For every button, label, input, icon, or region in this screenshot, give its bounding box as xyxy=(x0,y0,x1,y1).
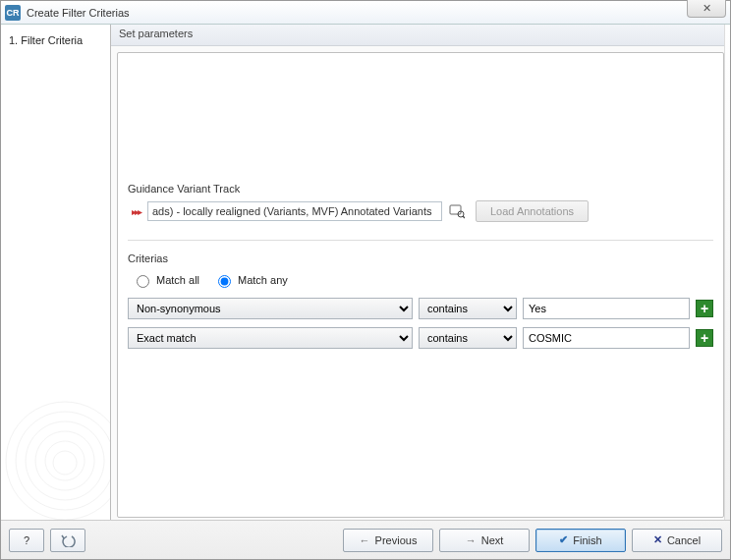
criteria-operator-select[interactable]: contains xyxy=(419,327,517,349)
dialog-body: 1. Filter Criteria Set parameters Guidan… xyxy=(1,25,730,520)
check-icon: ✔ xyxy=(559,533,568,546)
criterias-section-label: Criterias xyxy=(128,252,713,264)
sidebar-item-label: 1. Filter Criteria xyxy=(9,34,83,46)
criteria-row: Exact match contains + xyxy=(128,327,713,349)
match-all-label: Match all xyxy=(156,274,199,286)
browse-track-button[interactable] xyxy=(446,201,468,221)
match-any-label: Match any xyxy=(238,274,288,286)
criteria-value-input[interactable] xyxy=(523,298,690,319)
next-label: Next xyxy=(481,534,504,546)
close-icon: ✕ xyxy=(703,2,711,15)
right-edge xyxy=(724,25,730,520)
browse-icon xyxy=(449,203,465,219)
svg-line-2 xyxy=(463,216,465,218)
arrow-left-icon: ← xyxy=(360,534,370,546)
panel-header: Set parameters xyxy=(111,25,730,46)
dialog-footer: ? ← Previous → Next ✔ Finish ✕ Cancel xyxy=(1,520,730,559)
next-button[interactable]: → Next xyxy=(439,529,530,552)
titlebar: CR Create Filter Criterias ✕ xyxy=(1,1,730,25)
app-icon: CR xyxy=(5,5,21,21)
criteria-value-input[interactable] xyxy=(523,327,690,349)
guidance-track-field[interactable] xyxy=(147,201,442,221)
finish-button[interactable]: ✔ Finish xyxy=(535,529,626,552)
match-all-input[interactable] xyxy=(137,275,149,288)
cross-icon: ✕ xyxy=(653,533,662,546)
parameters-panel: Guidance Variant Track ▸▸▸ Load Annotati… xyxy=(117,52,724,518)
match-any-input[interactable] xyxy=(218,275,231,288)
guidance-row: ▸▸▸ Load Annotations xyxy=(128,200,713,241)
previous-button[interactable]: ← Previous xyxy=(343,529,433,552)
undo-icon xyxy=(60,533,76,547)
match-any-radio[interactable]: Match any xyxy=(213,272,288,288)
plus-icon: + xyxy=(701,302,708,315)
arrow-right-icon: → xyxy=(466,534,477,546)
finish-label: Finish xyxy=(573,534,601,546)
close-button[interactable]: ✕ xyxy=(687,0,726,18)
cancel-button[interactable]: ✕ Cancel xyxy=(632,529,722,552)
previous-label: Previous xyxy=(375,534,418,546)
main-panel: Set parameters Guidance Variant Track ▸▸… xyxy=(111,25,730,520)
wizard-steps-sidebar: 1. Filter Criteria xyxy=(1,25,111,520)
criteria-field-select[interactable]: Exact match xyxy=(128,327,413,349)
sidebar-item-filter-criteria[interactable]: 1. Filter Criteria xyxy=(1,32,110,48)
plus-icon: + xyxy=(701,331,708,345)
help-icon: ? xyxy=(24,534,29,546)
window-title: Create Filter Criterias xyxy=(27,7,130,19)
help-button[interactable]: ? xyxy=(9,529,44,552)
load-annotations-button[interactable]: Load Annotations xyxy=(476,200,589,222)
criteria-row: Non-synonymous contains + xyxy=(128,298,713,319)
reset-button[interactable] xyxy=(50,529,85,552)
criteria-field-select[interactable]: Non-synonymous xyxy=(128,298,413,319)
add-criteria-button[interactable]: + xyxy=(696,300,713,317)
guidance-section-label: Guidance Variant Track xyxy=(128,183,713,195)
criteria-operator-select[interactable]: contains xyxy=(419,298,517,319)
svg-rect-0 xyxy=(450,205,461,214)
match-all-radio[interactable]: Match all xyxy=(132,272,199,288)
cancel-label: Cancel xyxy=(667,534,701,546)
match-mode-row: Match all Match any xyxy=(128,272,713,288)
dialog-window: CR Create Filter Criterias ✕ 1. Filter C… xyxy=(0,0,731,560)
decorative-swirl xyxy=(1,333,111,520)
track-icon: ▸▸▸ xyxy=(128,203,143,219)
add-criteria-button[interactable]: + xyxy=(696,329,713,347)
